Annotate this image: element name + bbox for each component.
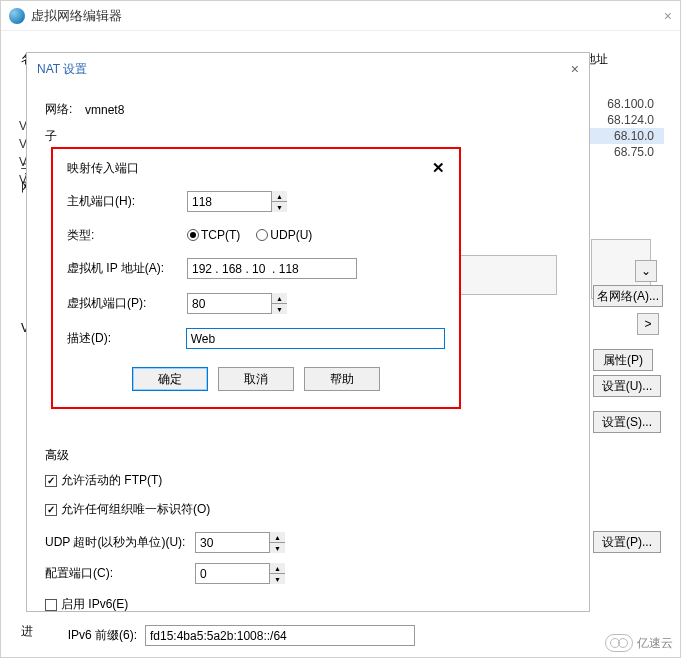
ipv6-prefix-input[interactable]	[145, 625, 415, 646]
settings-p-button[interactable]: 设置(P)...	[593, 531, 661, 553]
ip-row: 68.124.0	[584, 112, 664, 128]
ipv6-prefix-label: IPv6 前缀(6):	[65, 627, 145, 644]
allow-ftp-checkbox[interactable]	[45, 475, 57, 487]
vm-port-spinner[interactable]: ▲▼	[271, 293, 287, 314]
desc-label: 描述(D):	[67, 330, 186, 347]
enable-ipv6-label: 启用 IPv6(E)	[61, 596, 128, 613]
scroll-right-button[interactable]: >	[637, 313, 659, 335]
watermark-text: 亿速云	[637, 635, 673, 652]
col-header-addr: 地址	[584, 51, 664, 68]
nat-close-icon[interactable]: ×	[571, 61, 579, 77]
watermark-icon	[605, 634, 633, 652]
host-port-label: 主机端口(H):	[67, 193, 187, 210]
vm-port-label: 虚拟机端口(P):	[67, 295, 187, 312]
advanced-legend: 高级	[45, 447, 571, 464]
options-chevron-button[interactable]: ⌄	[635, 260, 657, 282]
host-port-spinner[interactable]: ▲▼	[271, 191, 287, 212]
nat-title: NAT 设置	[37, 61, 87, 78]
map-title: 映射传入端口	[67, 160, 139, 177]
port-mapping-dialog: 映射传入端口 ✕ 主机端口(H): ▲▼ 类型: TCP(T) UDP(U)	[51, 147, 461, 409]
config-port-label: 配置端口(C):	[45, 565, 195, 582]
udp-timeout-spinner[interactable]: ▲▼	[269, 532, 285, 553]
ip-row: 68.75.0	[584, 144, 664, 160]
ok-button[interactable]: 确定	[132, 367, 208, 391]
udp-radio[interactable]: UDP(U)	[256, 226, 312, 244]
allow-ftp-label: 允许活动的 FTP(T)	[61, 472, 162, 489]
map-close-icon[interactable]: ✕	[432, 159, 445, 177]
settings-u-button[interactable]: 设置(U)...	[593, 375, 661, 397]
settings-s-button[interactable]: 设置(S)...	[593, 411, 661, 433]
cancel-button[interactable]: 取消	[218, 367, 294, 391]
rename-network-button[interactable]: 名网络(A)...	[593, 285, 663, 307]
network-label: 网络:	[45, 101, 85, 118]
udp-timeout-label: UDP 超时(以秒为单位)(U):	[45, 534, 195, 551]
help-button[interactable]: 帮助	[304, 367, 380, 391]
subnet-label-char: 子	[45, 128, 57, 145]
ip-row-selected[interactable]: 68.10.0	[584, 128, 664, 144]
main-titlebar: 虚拟网络编辑器 ×	[1, 1, 680, 31]
nat-settings-dialog: NAT 设置 × 网络: vmnet8 子 站 映射传入端口 ✕ 主机端口(H)…	[26, 52, 590, 612]
desc-input[interactable]	[186, 328, 445, 349]
allow-org-label: 允许任何组织唯一标识符(O)	[61, 501, 210, 518]
enable-ipv6-checkbox[interactable]	[45, 599, 57, 611]
allow-org-checkbox[interactable]	[45, 504, 57, 516]
properties-button[interactable]: 属性(P)	[593, 349, 653, 371]
vm-ip-input[interactable]	[187, 258, 357, 279]
ip-row: 68.100.0	[584, 96, 664, 112]
ip-col: 地址 68.100.0 68.124.0 68.10.0 68.75.0	[584, 51, 664, 160]
main-title: 虚拟网络编辑器	[31, 7, 664, 25]
config-port-spinner[interactable]: ▲▼	[269, 563, 285, 584]
app-icon	[9, 8, 25, 24]
type-label: 类型:	[67, 227, 187, 244]
network-value: vmnet8	[85, 103, 124, 117]
main-close-icon[interactable]: ×	[664, 8, 672, 24]
watermark: 亿速云	[605, 634, 673, 652]
tcp-radio[interactable]: TCP(T)	[187, 226, 240, 244]
vm-ip-label: 虚拟机 IP 地址(A):	[67, 260, 187, 277]
